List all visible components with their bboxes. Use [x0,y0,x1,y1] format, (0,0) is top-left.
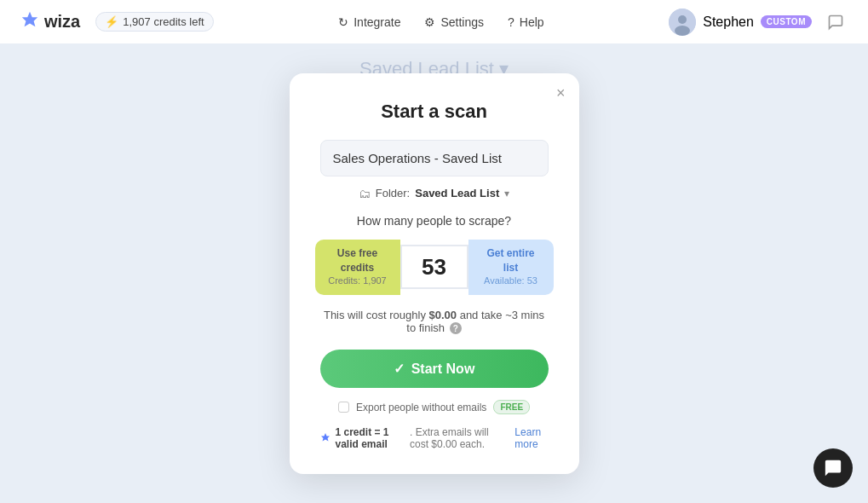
scrape-count: 53 [422,254,446,280]
free-tag: FREE [493,400,530,414]
wiza-mini-icon [320,432,331,445]
user-info[interactable]: Stephen CUSTOM [669,9,812,36]
start-now-button[interactable]: ✓ Start Now [320,350,549,388]
bolt-icon: ⚡ [105,15,118,28]
start-btn-label: Start Now [411,361,475,377]
navbar-right: Stephen CUSTOM [669,9,848,36]
modal-overlay: × Start a scan 🗂 Folder: Saved Lead List… [0,44,868,503]
cost-suffix: to finish [406,321,445,334]
navbar-left: wiza ⚡ 1,907 credits left [20,10,214,33]
integrate-icon: ↻ [338,15,348,29]
cost-text: This will cost roughly [324,309,429,321]
wiza-logo[interactable]: wiza [20,10,80,33]
learn-more-link[interactable]: Learn more [514,426,548,450]
use-free-credits-button[interactable]: Use free credits Credits: 1,907 [315,240,400,295]
help-label: Help [520,15,544,29]
credit-info: 1 credit = 1 valid email . Extra emails … [320,426,549,450]
user-name: Stephen [703,14,754,30]
credit-info-prefix: 1 credit = 1 valid email [336,426,405,450]
scrape-options: Use free credits Credits: 1,907 53 Get e… [320,240,549,295]
export-row: Export people without emails FREE [320,400,549,414]
use-free-credits-label: Use free credits [327,246,388,275]
folder-chevron-icon[interactable]: ▾ [504,188,509,199]
get-entire-list-button[interactable]: Get entire list Available: 53 [468,240,554,295]
settings-label: Settings [440,15,484,29]
export-checkbox[interactable] [338,402,349,413]
how-many-label: How many people to scrape? [320,214,549,228]
svg-point-3 [675,26,690,36]
svg-marker-0 [22,12,37,26]
scan-name-input[interactable] [320,140,549,176]
settings-icon: ⚙ [424,15,435,29]
message-icon[interactable] [824,10,848,34]
export-label: Export people without emails [356,402,486,413]
credit-info-suffix: . Extra emails will cost $0.00 each. [410,426,509,450]
integrate-label: Integrate [354,15,400,29]
wiza-logo-text: wiza [44,12,80,32]
navbar-center: ↻ Integrate ⚙ Settings ? Help [338,15,543,29]
navbar: wiza ⚡ 1,907 credits left ↻ Integrate ⚙ … [0,0,868,44]
folder-name: Saved Lead List [415,187,499,199]
cost-take: and take [457,309,505,321]
credits-label: 1,907 credits left [123,15,204,28]
count-display: 53 [400,245,468,289]
get-entire-label: Get entire list [480,246,542,275]
nav-help[interactable]: ? Help [508,15,544,29]
cost-info: This will cost roughly $0.00 and take ~3… [320,309,549,335]
nav-integrate[interactable]: ↻ Integrate [338,15,400,29]
credits-sub: Credits: 1,907 [328,275,386,287]
folder-icon: 🗂 [359,187,371,200]
available-sub: Available: 53 [484,275,537,287]
svg-marker-6 [321,433,330,442]
info-icon[interactable]: ? [450,322,462,334]
checkmark-icon: ✓ [394,361,405,377]
cost-price: $0.00 [429,309,457,321]
page-content: Saved Lead List ▾ Let's get started! Exp… [0,44,868,503]
wiza-logo-icon [20,10,39,33]
nav-settings[interactable]: ⚙ Settings [424,15,484,29]
credits-badge[interactable]: ⚡ 1,907 credits left [95,12,213,32]
svg-point-2 [678,15,687,24]
help-icon: ? [508,15,514,29]
close-button[interactable]: × [556,85,566,101]
scan-modal: × Start a scan 🗂 Folder: Saved Lead List… [290,73,579,475]
avatar [669,9,696,36]
folder-label: Folder: [376,187,410,199]
folder-row: 🗂 Folder: Saved Lead List ▾ [320,187,549,200]
chat-bubble[interactable] [813,448,853,488]
custom-badge: CUSTOM [761,15,812,28]
modal-title: Start a scan [320,101,549,123]
cost-time: ~3 mins [505,309,544,321]
